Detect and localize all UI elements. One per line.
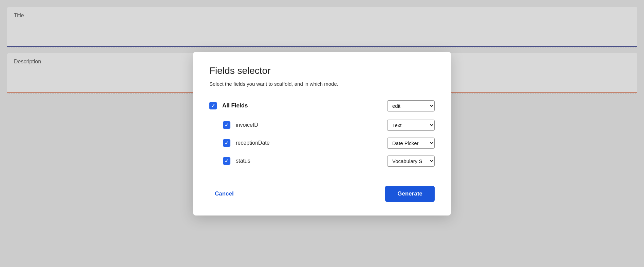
all-fields-check-icon: ✓	[211, 103, 215, 108]
status-check-icon: ✓	[225, 159, 229, 163]
field-row-receptiondate: ✓ receptionDate Text Date Picker Vocabul…	[209, 134, 435, 152]
modal-overlay: Fields selector Select the fields you wa…	[0, 0, 644, 267]
invoiceid-label: invoiceID	[236, 122, 387, 128]
receptiondate-check-icon: ✓	[225, 141, 229, 145]
invoiceid-check-icon: ✓	[225, 123, 229, 127]
modal-subtitle: Select the fields you want to scaffold, …	[209, 81, 435, 87]
cancel-button[interactable]: Cancel	[209, 187, 239, 201]
invoiceid-checkbox[interactable]: ✓	[223, 121, 230, 129]
fields-selector-modal: Fields selector Select the fields you wa…	[193, 52, 451, 215]
all-fields-label: All Fields	[222, 102, 387, 109]
field-row-status: ✓ status Text Date Picker Vocabulary S	[209, 152, 435, 170]
status-label: status	[236, 158, 387, 164]
receptiondate-mode-dropdown[interactable]: Text Date Picker Vocabulary S	[387, 138, 435, 149]
fields-list: ✓ All Fields edit view hidden ✓ invoiceI…	[209, 97, 435, 170]
status-checkbox[interactable]: ✓	[223, 157, 230, 165]
all-fields-mode-dropdown[interactable]: edit view hidden	[387, 100, 435, 111]
field-row-invoiceid: ✓ invoiceID Text Date Picker Vocabulary …	[209, 116, 435, 134]
all-fields-checkbox[interactable]: ✓	[209, 102, 217, 109]
invoiceid-mode-dropdown[interactable]: Text Date Picker Vocabulary S	[387, 120, 435, 131]
modal-title: Fields selector	[209, 65, 435, 76]
modal-actions: Cancel Generate	[209, 182, 435, 202]
receptiondate-checkbox[interactable]: ✓	[223, 139, 230, 147]
status-mode-dropdown[interactable]: Text Date Picker Vocabulary S	[387, 156, 435, 167]
receptiondate-label: receptionDate	[236, 140, 387, 146]
generate-button[interactable]: Generate	[385, 186, 435, 202]
all-fields-row: ✓ All Fields edit view hidden	[209, 97, 435, 115]
